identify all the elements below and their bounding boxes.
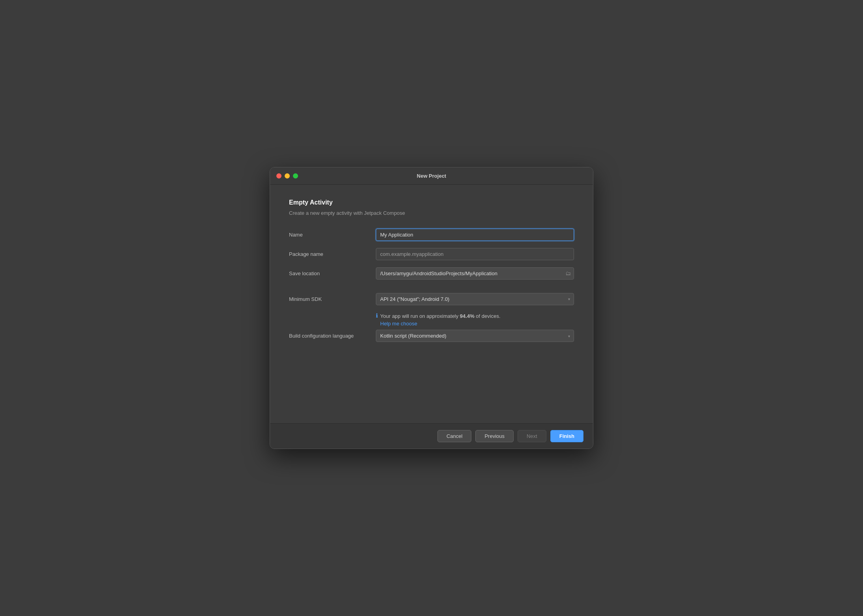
min-sdk-row: Minimum SDK API 24 ("Nougat"; Android 7.… (289, 293, 574, 305)
cancel-button[interactable]: Cancel (437, 430, 471, 442)
package-input[interactable] (376, 248, 574, 260)
content-area: Empty Activity Create a new empty activi… (270, 185, 593, 424)
title-bar: New Project (270, 167, 593, 185)
build-config-label: Build configuration language (289, 333, 376, 339)
previous-button[interactable]: Previous (475, 430, 514, 442)
min-sdk-select-wrapper: API 24 ("Nougat"; Android 7.0) ▾ (376, 293, 574, 305)
maximize-button[interactable] (293, 173, 298, 178)
help-me-choose-link[interactable]: Help me choose (380, 321, 501, 327)
save-location-input-wrapper: 🗂 (376, 267, 574, 280)
info-content: Your app will run on approximately 94.4%… (380, 312, 501, 327)
section-description: Create a new empty activity with Jetpack… (289, 210, 574, 216)
traffic-lights (276, 173, 298, 178)
minimize-button[interactable] (285, 173, 290, 178)
name-row: Name (289, 229, 574, 241)
package-label: Package name (289, 251, 376, 257)
save-location-row: Save location 🗂 (289, 267, 574, 280)
folder-icon[interactable]: 🗂 (565, 270, 571, 276)
info-icon: ℹ (376, 312, 378, 319)
min-sdk-label: Minimum SDK (289, 296, 376, 302)
info-row: ℹ Your app will run on approximately 94.… (376, 312, 574, 327)
build-config-select-wrapper: Kotlin script (Recommended) ▾ (376, 330, 574, 342)
info-percentage: 94.4% (460, 313, 475, 319)
min-sdk-select[interactable]: API 24 ("Nougat"; Android 7.0) (376, 293, 574, 305)
save-location-label: Save location (289, 270, 376, 276)
info-text-before: Your app will run on approximately (380, 313, 460, 319)
name-input[interactable] (376, 229, 574, 241)
build-config-row: Build configuration language Kotlin scri… (289, 330, 574, 342)
new-project-window: New Project Empty Activity Create a new … (270, 167, 593, 449)
section-title: Empty Activity (289, 199, 574, 206)
footer: Cancel Previous Next Finish (270, 423, 593, 449)
package-row: Package name (289, 248, 574, 260)
info-text-after: of devices. (475, 313, 501, 319)
next-button[interactable]: Next (518, 430, 546, 442)
build-config-select[interactable]: Kotlin script (Recommended) (376, 330, 574, 342)
close-button[interactable] (276, 173, 281, 178)
save-location-input[interactable] (376, 267, 574, 280)
window-title: New Project (417, 173, 446, 179)
finish-button[interactable]: Finish (550, 430, 583, 442)
name-label: Name (289, 232, 376, 238)
